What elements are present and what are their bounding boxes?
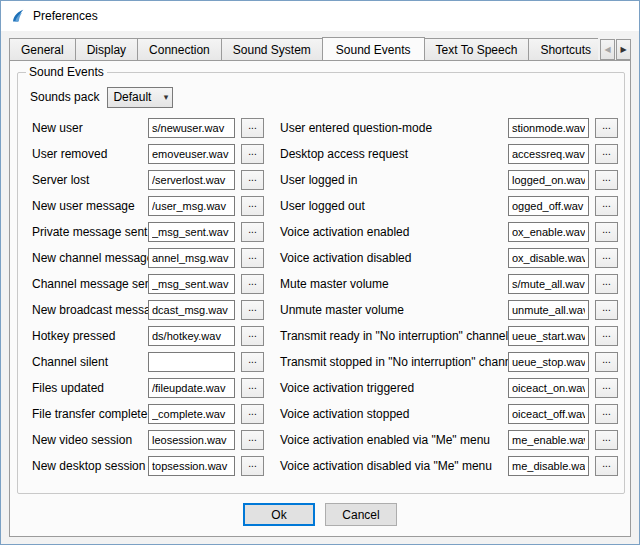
sound-file-input[interactable] bbox=[148, 144, 235, 164]
browse-button[interactable]: ... bbox=[241, 170, 264, 190]
event-label: Unmute master volume bbox=[268, 303, 508, 317]
event-label: Server lost bbox=[32, 173, 148, 187]
browse-button[interactable]: ... bbox=[241, 326, 264, 346]
tab-scroll-left-button[interactable]: ◀ bbox=[600, 39, 615, 60]
sound-file-input[interactable] bbox=[508, 378, 589, 398]
browse-cell: ... bbox=[592, 144, 620, 164]
browse-button[interactable]: ... bbox=[241, 144, 264, 164]
browse-button[interactable]: ... bbox=[595, 170, 618, 190]
app-icon bbox=[10, 8, 26, 24]
sound-file-input[interactable] bbox=[148, 352, 235, 372]
sound-file-input[interactable] bbox=[148, 326, 235, 346]
browse-button[interactable]: ... bbox=[241, 118, 264, 138]
browse-button[interactable]: ... bbox=[595, 456, 618, 476]
sound-file-input[interactable] bbox=[148, 456, 235, 476]
event-label: Channel message sent bbox=[32, 277, 148, 291]
tab-sound-events[interactable]: Sound Events bbox=[322, 37, 425, 60]
event-label: Voice activation enabled bbox=[268, 225, 508, 239]
browse-button[interactable]: ... bbox=[241, 222, 264, 242]
browse-cell: ... bbox=[592, 196, 620, 216]
tab-scroll-right-button[interactable]: ▶ bbox=[616, 39, 631, 60]
event-label: Mute master volume bbox=[268, 277, 508, 291]
browse-button[interactable]: ... bbox=[595, 274, 618, 294]
browse-cell: ... bbox=[592, 456, 620, 476]
browse-cell: ... bbox=[238, 222, 268, 242]
browse-button[interactable]: ... bbox=[595, 248, 618, 268]
sound-file-input[interactable] bbox=[508, 456, 589, 476]
tab-general[interactable]: General bbox=[9, 38, 76, 60]
event-label: Transmit ready in "No interruption" chan… bbox=[268, 329, 508, 343]
browse-button[interactable]: ... bbox=[595, 404, 618, 424]
browse-cell: ... bbox=[238, 196, 268, 216]
browse-cell: ... bbox=[238, 352, 268, 372]
sound-file-input[interactable] bbox=[148, 248, 235, 268]
cancel-button[interactable]: Cancel bbox=[325, 503, 397, 526]
sound-file-input[interactable] bbox=[508, 300, 589, 320]
browse-button[interactable]: ... bbox=[595, 222, 618, 242]
browse-button[interactable]: ... bbox=[595, 300, 618, 320]
sound-file-input[interactable] bbox=[508, 326, 589, 346]
browse-button[interactable]: ... bbox=[241, 352, 264, 372]
sound-file-input[interactable] bbox=[148, 404, 235, 424]
sound-file-input[interactable] bbox=[148, 430, 235, 450]
group-title: Sound Events bbox=[26, 65, 107, 79]
sound-events-grid: New user...User entered question-mode...… bbox=[22, 115, 620, 479]
browse-button[interactable]: ... bbox=[595, 378, 618, 398]
browse-cell: ... bbox=[238, 326, 268, 346]
sound-file-input[interactable] bbox=[508, 118, 589, 138]
sound-file-input[interactable] bbox=[508, 274, 589, 294]
sound-file-input[interactable] bbox=[508, 404, 589, 424]
browse-button[interactable]: ... bbox=[241, 248, 264, 268]
sound-events-tab-pane: Sound Events Sounds pack Default ▾ New u… bbox=[9, 60, 631, 537]
tab-text-to-speech[interactable]: Text To Speech bbox=[424, 38, 530, 60]
event-label: Hotkey pressed bbox=[32, 329, 148, 343]
sound-file-input[interactable] bbox=[148, 196, 235, 216]
sound-file-input[interactable] bbox=[148, 222, 235, 242]
browse-button[interactable]: ... bbox=[595, 118, 618, 138]
browse-button[interactable]: ... bbox=[241, 196, 264, 216]
browse-button[interactable]: ... bbox=[241, 274, 264, 294]
sound-file-input[interactable] bbox=[508, 170, 589, 190]
browse-cell: ... bbox=[238, 274, 268, 294]
sound-file-input[interactable] bbox=[148, 118, 235, 138]
browse-button[interactable]: ... bbox=[241, 404, 264, 424]
tab-display[interactable]: Display bbox=[75, 38, 138, 60]
event-label: Voice activation stopped bbox=[268, 407, 508, 421]
event-label: Desktop access request bbox=[268, 147, 508, 161]
sound-file-input[interactable] bbox=[508, 352, 589, 372]
ok-button[interactable]: Ok bbox=[243, 503, 315, 526]
browse-button[interactable]: ... bbox=[595, 352, 618, 372]
sound-file-input[interactable] bbox=[508, 144, 589, 164]
sound-file-input[interactable] bbox=[148, 300, 235, 320]
sound-file-input[interactable] bbox=[148, 378, 235, 398]
tab-sound-system[interactable]: Sound System bbox=[221, 38, 323, 60]
sound-file-input[interactable] bbox=[148, 170, 235, 190]
sound-file-input[interactable] bbox=[508, 248, 589, 268]
event-label: New broadcast message bbox=[32, 303, 148, 317]
sounds-pack-row: Sounds pack Default ▾ bbox=[30, 85, 620, 109]
window-title: Preferences bbox=[33, 9, 98, 23]
browse-button[interactable]: ... bbox=[595, 144, 618, 164]
event-label: New desktop session bbox=[32, 459, 148, 473]
browse-button[interactable]: ... bbox=[595, 326, 618, 346]
sounds-pack-value: Default bbox=[113, 90, 151, 104]
event-label: Files updated bbox=[32, 381, 148, 395]
titlebar: Preferences bbox=[1, 1, 639, 31]
event-label: Private message sent bbox=[32, 225, 148, 239]
browse-button[interactable]: ... bbox=[241, 430, 264, 450]
sound-file-input[interactable] bbox=[508, 430, 589, 450]
browse-cell: ... bbox=[238, 248, 268, 268]
sound-file-input[interactable] bbox=[508, 222, 589, 242]
browse-button[interactable]: ... bbox=[595, 196, 618, 216]
sounds-pack-select[interactable]: Default ▾ bbox=[107, 87, 173, 108]
browse-button[interactable]: ... bbox=[595, 430, 618, 450]
browse-button[interactable]: ... bbox=[241, 378, 264, 398]
sound-file-input[interactable] bbox=[148, 274, 235, 294]
browse-button[interactable]: ... bbox=[241, 300, 264, 320]
event-label: Voice activation disabled via "Me" menu bbox=[268, 459, 508, 473]
tab-connection[interactable]: Connection bbox=[137, 38, 222, 60]
tab-shortcuts[interactable]: Shortcuts bbox=[528, 38, 598, 60]
sound-file-input[interactable] bbox=[508, 196, 589, 216]
browse-button[interactable]: ... bbox=[241, 456, 264, 476]
browse-cell: ... bbox=[592, 352, 620, 372]
